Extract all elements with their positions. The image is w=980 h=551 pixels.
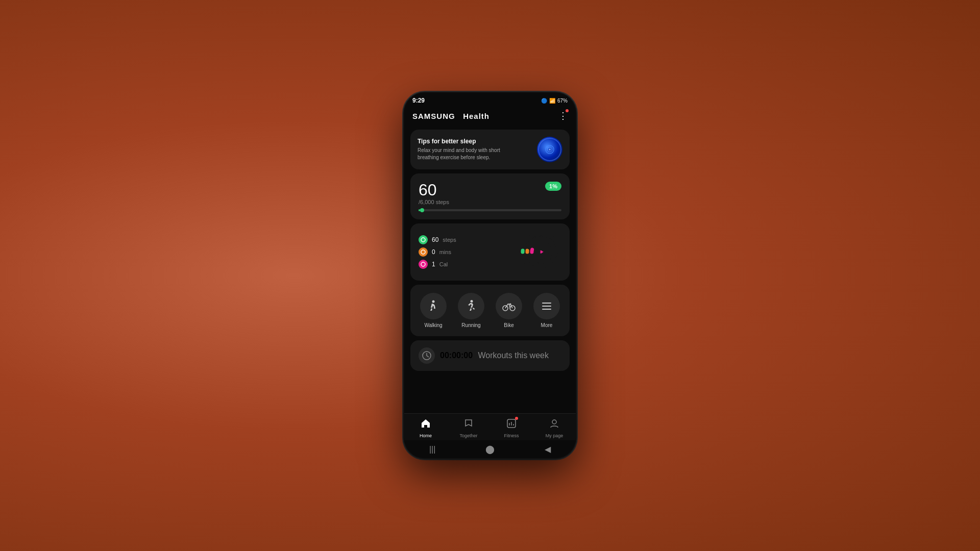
more-icon-circle	[533, 293, 560, 319]
activity-ring-chart: ♥	[521, 232, 561, 272]
fitness-nav-label: Fitness	[504, 433, 519, 438]
walking-label: Walking	[424, 322, 442, 328]
steps-goal: /6,000 steps	[419, 199, 449, 205]
nav-together[interactable]: Together	[453, 418, 484, 438]
nav-home[interactable]: Home	[410, 418, 441, 438]
mins-indicator	[419, 247, 428, 257]
recent-apps-button[interactable]: |||	[429, 445, 435, 454]
running-icon-circle	[458, 293, 484, 319]
steps-progress-bar	[419, 209, 561, 211]
sleep-tip-card[interactable]: Tips for better sleep Relax your mind an…	[410, 130, 570, 169]
main-content: Tips for better sleep Relax your mind an…	[404, 126, 576, 413]
mypage-nav-label: My page	[546, 433, 564, 438]
overflow-icon: ⋮	[558, 111, 568, 121]
svg-point-0	[546, 145, 554, 154]
workout-info: 00:00:00 Workouts this week	[440, 351, 549, 360]
battery-text: 67%	[557, 98, 568, 104]
svg-point-14	[521, 251, 524, 254]
svg-point-25	[552, 420, 556, 424]
steps-info: 60 /6,000 steps	[419, 182, 449, 205]
together-icon	[463, 418, 474, 432]
status-time: 9:29	[412, 97, 425, 104]
activity-steps-item: 60 steps	[419, 235, 456, 244]
app-title: SAMSUNG Health	[412, 112, 489, 120]
steps-percent-badge: 1%	[545, 182, 561, 191]
android-navigation: ||| ⬤ ◀	[404, 440, 576, 458]
steps-indicator	[419, 235, 428, 244]
app-header: SAMSUNG Health ⋮	[404, 106, 576, 126]
steps-card[interactable]: 60 /6,000 steps 1%	[410, 173, 570, 219]
workout-label: Workouts this week	[478, 351, 549, 360]
rings-svg: ♥	[521, 232, 561, 272]
svg-point-1	[547, 147, 552, 152]
activity-mins-value: 0	[432, 248, 435, 256]
svg-rect-22	[542, 309, 551, 310]
svg-rect-21	[542, 306, 551, 307]
bike-icon-circle	[496, 293, 522, 319]
action-more[interactable]: More	[533, 293, 560, 328]
activity-cal-item: 1 Cal	[419, 260, 456, 269]
svg-point-19	[510, 304, 511, 305]
action-bike[interactable]: Bike	[496, 293, 522, 328]
activity-mins-item: 0 mins	[419, 247, 456, 257]
activity-steps-unit: steps	[443, 237, 456, 243]
sleep-tip-description: Relax your mind and body with short brea…	[418, 147, 509, 161]
workout-time: 00:00:00	[440, 351, 473, 360]
running-label: Running	[461, 322, 480, 328]
activity-cal-unit: Cal	[439, 261, 448, 267]
nav-mypage[interactable]: My page	[539, 418, 570, 438]
home-button[interactable]: ⬤	[485, 444, 495, 454]
activity-steps-value: 60	[432, 236, 438, 243]
cal-indicator	[419, 260, 428, 269]
svg-point-15	[432, 300, 435, 303]
activity-stats: 60 steps 0 mins 1	[419, 235, 456, 269]
svg-point-16	[471, 300, 473, 303]
workout-card[interactable]: 00:00:00 Workouts this week	[410, 340, 570, 371]
status-bar: 9:29 🔵 📶 67%	[404, 93, 576, 106]
steps-progress-dot	[420, 208, 424, 212]
sleep-svg	[542, 142, 557, 157]
svg-point-2	[548, 148, 551, 151]
svg-point-6	[421, 262, 425, 266]
activity-card[interactable]: 60 steps 0 mins 1	[410, 223, 570, 281]
svg-point-3	[549, 149, 551, 151]
nav-fitness[interactable]: Fitness	[496, 418, 527, 438]
steps-count: 60	[419, 182, 449, 198]
fitness-badge	[515, 417, 518, 420]
phone-device: 9:29 🔵 📶 67% SAMSUNG Health ⋮	[403, 92, 577, 459]
notification-dot	[566, 109, 569, 112]
quick-actions-section: Walking Running	[410, 285, 570, 336]
fitness-icon	[506, 418, 517, 432]
svg-text:♥: ♥	[538, 250, 545, 254]
brand-name: SAMSUNG	[412, 112, 455, 120]
sleep-tip-text: Tips for better sleep Relax your mind an…	[418, 138, 509, 161]
sleep-tip-title: Tips for better sleep	[418, 138, 509, 145]
back-button[interactable]: ◀	[545, 444, 551, 454]
action-running[interactable]: Running	[458, 293, 484, 328]
steps-header: 60 /6,000 steps 1%	[419, 182, 561, 205]
mypage-icon	[549, 418, 560, 432]
svg-point-5	[421, 250, 425, 254]
more-label: More	[541, 322, 553, 328]
wifi-icon: 📶	[549, 98, 555, 104]
overflow-menu-button[interactable]: ⋮	[558, 110, 568, 121]
sleep-breathing-icon	[537, 137, 562, 162]
walking-icon-circle	[420, 293, 447, 319]
workout-icon	[419, 347, 435, 364]
home-nav-label: Home	[420, 433, 432, 438]
activity-mins-unit: mins	[439, 249, 451, 255]
app-name: Health	[463, 112, 489, 120]
status-icons: 🔵 📶 67%	[541, 98, 568, 104]
bluetooth-icon: 🔵	[541, 98, 547, 104]
phone-screen: 9:29 🔵 📶 67% SAMSUNG Health ⋮	[404, 93, 576, 458]
bottom-navigation: Home Together Fitness	[404, 413, 576, 440]
activity-cal-value: 1	[432, 261, 435, 268]
svg-point-4	[421, 238, 425, 242]
action-walking[interactable]: Walking	[420, 293, 447, 328]
together-nav-label: Together	[459, 433, 477, 438]
bike-label: Bike	[504, 322, 513, 328]
svg-rect-20	[542, 303, 551, 304]
home-icon	[420, 418, 431, 432]
